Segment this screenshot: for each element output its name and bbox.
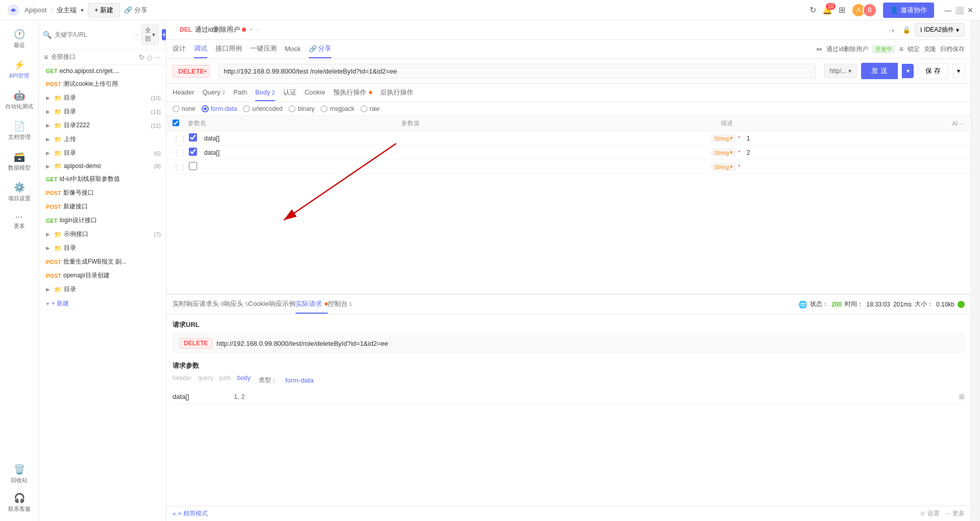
- select-all-checkbox[interactable]: [173, 120, 179, 126]
- notification-button[interactable]: 🔔 10: [822, 5, 832, 15]
- tree-item-example[interactable]: ▶ 📁 示例接口 (7): [39, 227, 166, 241]
- tab-more-icon[interactable]: ···: [255, 26, 261, 33]
- search-input[interactable]: [55, 31, 131, 38]
- sort-icon[interactable]: ◇: [147, 53, 153, 61]
- tree-item-cookie[interactable]: POST 测试cookie上传引用: [39, 77, 166, 91]
- tree-item-folder-2222[interactable]: ▶ 📁 目录2222 (12): [39, 119, 166, 132]
- tree-item-folder-6[interactable]: ▶ 📁 目录 (6): [39, 146, 166, 160]
- param-type-3[interactable]: String ▾: [711, 162, 736, 171]
- new-button[interactable]: + 新建: [88, 3, 120, 17]
- sidebar-item-auto[interactable]: 🤖 自动化测试: [0, 86, 38, 114]
- simple-mode-button[interactable]: « « 精简模式: [173, 509, 208, 518]
- refresh-icon[interactable]: ↻: [810, 5, 816, 15]
- sidebar-item-settings[interactable]: ⚙️ 项目设置: [0, 178, 38, 206]
- tree-item-image[interactable]: POST 影像号接口: [39, 186, 166, 200]
- sidebar-item-recent[interactable]: 🕐 最近: [0, 25, 38, 53]
- tree-item-folder-11[interactable]: ▶ 📁 目录 (11): [39, 105, 166, 119]
- sub-tab-mock[interactable]: Mock: [285, 41, 301, 58]
- tree-item-echo[interactable]: GET echo.apipost.cn/get....: [39, 65, 166, 77]
- tree-item-login[interactable]: GET login设计接口: [39, 214, 166, 227]
- idea-btn[interactable]: I IDEA2插件 ▾: [915, 23, 965, 37]
- tab-add-icon[interactable]: +: [249, 26, 253, 33]
- sidebar-item-support[interactable]: 🎧 联系客服: [8, 488, 31, 517]
- response-tab-example[interactable]: 响应示例: [269, 295, 296, 314]
- tree-new-button[interactable]: + + 新建: [39, 296, 166, 311]
- tree-item-folder-10[interactable]: ▶ 📁 目录 (10): [39, 91, 166, 105]
- sub-tab-cookie[interactable]: Cookie: [305, 84, 325, 101]
- close-button[interactable]: ✕: [967, 7, 974, 14]
- save-dropdown-button[interactable]: ▾: [952, 64, 965, 78]
- body-type-none[interactable]: none: [173, 105, 195, 112]
- expand-icon[interactable]: ⊞: [959, 393, 965, 400]
- sidebar-item-doc[interactable]: 📄 文档管理: [0, 116, 38, 145]
- footer-more-button[interactable]: ··· 更多: [946, 509, 965, 518]
- sub-tab-stress[interactable]: 一键压测: [250, 40, 277, 58]
- sub-tab-pre-exec[interactable]: 预执行操作: [333, 84, 372, 102]
- tab-request[interactable]: DEL 通过id删除用户 + ···: [173, 20, 268, 40]
- tree-item-folder-last[interactable]: ▶ 📁 目录: [39, 282, 166, 296]
- nav-next-button[interactable]: ›: [892, 26, 894, 34]
- body-type-urlencoded[interactable]: urlencoded: [243, 105, 282, 112]
- sub-tab-example[interactable]: 接口用例: [215, 40, 242, 58]
- sub-tab-header[interactable]: Header: [173, 84, 194, 101]
- body-type-form-data[interactable]: form-data: [202, 105, 237, 112]
- sidebar-item-more[interactable]: ··· 更多: [0, 208, 38, 234]
- sidebar-item-recycle[interactable]: 🗑️ 回收站: [8, 460, 31, 488]
- url-input[interactable]: [218, 64, 816, 79]
- sub-tab-debug[interactable]: 调试: [194, 40, 207, 58]
- response-tab-cookie[interactable]: Cookie: [248, 296, 268, 313]
- tree-item-new-api[interactable]: POST 新建接口: [39, 200, 166, 214]
- param-type-2[interactable]: String ▾: [711, 148, 736, 157]
- clone-label[interactable]: 克隆: [924, 45, 936, 54]
- sub-tab-query[interactable]: Query 2: [203, 84, 226, 101]
- response-tab-req-headers[interactable]: 请求头 8: [199, 295, 224, 314]
- sub-tab-share[interactable]: 🔗 分享: [309, 40, 331, 58]
- param-type-1[interactable]: String ▾: [711, 134, 736, 143]
- minimize-button[interactable]: —: [944, 7, 951, 14]
- param-checkbox-2[interactable]: [189, 148, 197, 156]
- sub-tab-auth[interactable]: 认证: [283, 84, 297, 102]
- tree-filter-dropdown[interactable]: 全部 ▾: [141, 25, 159, 45]
- layout-icon[interactable]: ⊞: [839, 5, 845, 15]
- idea-plugin-button[interactable]: I IDEA2插件 ▾: [915, 23, 965, 37]
- sub-tab-design[interactable]: 设计: [173, 40, 186, 58]
- send-dropdown-button[interactable]: ▾: [902, 64, 914, 78]
- save-button[interactable]: 保 存: [918, 63, 948, 79]
- body-type-raw[interactable]: raw: [360, 105, 379, 112]
- tree-item-id-iu[interactable]: GET id-iu中划线获取参数值: [39, 172, 166, 186]
- lock-label[interactable]: 锁定: [908, 45, 920, 54]
- tree-item-apipost-demo[interactable]: ▶ 📁 apipost-demo (8): [39, 160, 166, 172]
- url-env-selector[interactable]: http/... ▾: [824, 64, 857, 78]
- tree-add-button[interactable]: +: [162, 29, 166, 40]
- nav-prev-button[interactable]: ‹: [889, 26, 891, 34]
- params-tab-path[interactable]: path: [219, 374, 231, 382]
- params-tab-query[interactable]: query: [198, 374, 213, 382]
- tree-item-upload[interactable]: ▶ 📁 上传: [39, 132, 166, 146]
- workspace-dropdown[interactable]: ▾: [81, 7, 84, 14]
- response-tab-actual[interactable]: 实际请求: [296, 295, 328, 314]
- sidebar-item-api[interactable]: ⚡ API管理: [0, 55, 38, 84]
- method-selector[interactable]: DELETE ▾: [173, 65, 210, 78]
- footer-settings-button[interactable]: ⊙ 设置: [920, 509, 939, 518]
- sidebar-item-data[interactable]: 🗃️ 数据模型: [0, 147, 38, 176]
- sub-tab-post-exec[interactable]: 后执行操作: [380, 84, 413, 102]
- param-checkbox-3[interactable]: [189, 162, 197, 170]
- sub-tab-path[interactable]: Path: [233, 84, 247, 101]
- tree-item-batch[interactable]: POST 批量生成FWB报文 副...: [39, 255, 166, 269]
- send-button[interactable]: 发 送: [861, 63, 898, 79]
- share-button[interactable]: 🔗 分享: [124, 6, 148, 15]
- maximize-button[interactable]: ⬜: [955, 7, 963, 14]
- response-tab-res-headers[interactable]: 响应头 5: [224, 295, 248, 314]
- invite-button[interactable]: 👤 邀请协作: [883, 3, 934, 18]
- tree-item-folder-dir[interactable]: ▶ 📁 目录: [39, 241, 166, 255]
- archive-label[interactable]: 归档保存: [940, 45, 965, 54]
- more-tree-icon[interactable]: ···: [155, 53, 161, 61]
- params-tab-header[interactable]: header: [173, 374, 191, 382]
- body-type-binary[interactable]: binary: [288, 105, 314, 112]
- sub-tab-body[interactable]: Body 2: [255, 84, 275, 101]
- params-tab-body[interactable]: body: [237, 374, 251, 382]
- tree-item-openapi[interactable]: POST openapi目录创建: [39, 269, 166, 282]
- refresh-tree-icon[interactable]: ↻: [139, 53, 145, 61]
- response-tab-console[interactable]: 控制台 1: [328, 295, 352, 314]
- body-type-msgpack[interactable]: msgpack: [321, 105, 354, 112]
